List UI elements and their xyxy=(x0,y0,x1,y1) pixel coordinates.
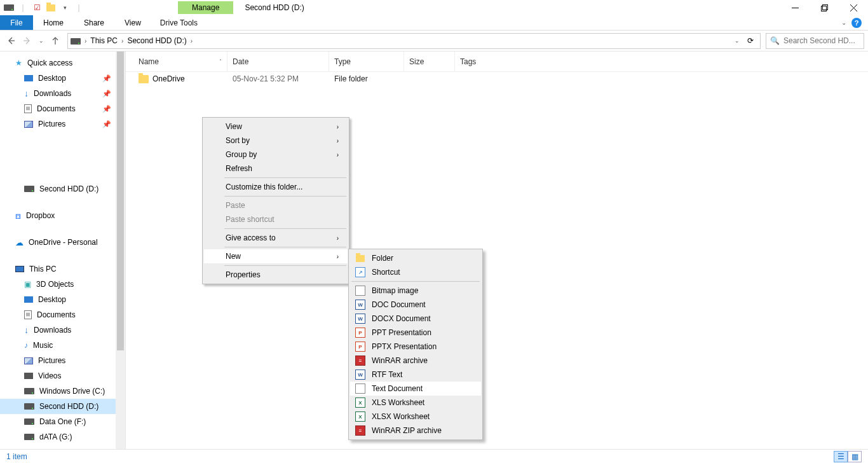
search-input[interactable] xyxy=(783,36,860,45)
sidebar-this-pc[interactable]: This PC xyxy=(0,261,125,277)
sidebar-item-videos[interactable]: Videos xyxy=(0,368,125,384)
search-box[interactable]: 🔍 xyxy=(766,33,864,49)
sidebar-item-label: Dropbox xyxy=(26,211,55,220)
chevron-right-icon[interactable]: › xyxy=(83,38,88,45)
sidebar-item-documents-pc[interactable]: Documents xyxy=(0,307,125,322)
column-type[interactable]: Type xyxy=(329,52,404,71)
sidebar-item-downloads-pc[interactable]: ↓Downloads xyxy=(0,322,125,338)
pictures-icon xyxy=(24,357,33,364)
sidebar-item-second-hdd-qa[interactable]: Second HDD (D:) xyxy=(0,181,125,197)
title-bar: | ☑ ▾ | Manage Second HDD (D:) xyxy=(0,0,868,15)
separator xyxy=(351,281,480,282)
sidebar-scrollbar[interactable] xyxy=(116,52,125,449)
submenu-item[interactable]: Bitmap image xyxy=(350,284,481,298)
submenu-item[interactable]: XXLS Worksheet xyxy=(350,396,481,410)
sidebar-item-pictures-pc[interactable]: Pictures xyxy=(0,353,125,368)
sidebar-item-3d-objects[interactable]: ▣3D Objects xyxy=(0,277,125,292)
ctx-label: Group by xyxy=(226,150,257,159)
submenu-item[interactable]: ↗Shortcut xyxy=(350,265,481,279)
submenu-item[interactable]: WRTF Text xyxy=(350,368,481,382)
tab-file[interactable]: File xyxy=(0,15,33,30)
ctx-properties[interactable]: Properties xyxy=(204,268,348,282)
tab-drive-tools[interactable]: Drive Tools xyxy=(151,15,207,30)
submenu-item[interactable]: WDOC Document xyxy=(350,298,481,312)
sidebar-item-label: Desktop xyxy=(38,74,66,83)
manage-tab[interactable]: Manage xyxy=(178,1,233,14)
address-bar[interactable]: › This PC › Second HDD (D:) › ⌄ ⟳ xyxy=(67,33,761,49)
minimize-button[interactable] xyxy=(780,0,810,15)
ctx-new[interactable]: New› xyxy=(204,249,348,263)
refresh-icon[interactable]: ⟳ xyxy=(743,36,757,45)
sidebar-item-label: Music xyxy=(33,341,53,350)
sidebar-item-drive-d[interactable]: Second HDD (D:) xyxy=(0,399,125,414)
ctx-sort-by[interactable]: Sort by› xyxy=(204,134,348,148)
submenu-item[interactable]: PPPTX Presentation xyxy=(350,340,481,354)
submenu-label: XLSX Worksheet xyxy=(372,412,430,421)
sidebar-item-drive-g[interactable]: dATA (G:) xyxy=(0,429,125,445)
sidebar-item-drive-c[interactable]: Windows Drive (C:) xyxy=(0,384,125,399)
ctx-view[interactable]: View› xyxy=(204,120,348,134)
sidebar-item-drive-f[interactable]: Data One (F:) xyxy=(0,414,125,429)
submenu-label: PPTX Presentation xyxy=(372,342,437,351)
folder-qat-icon[interactable] xyxy=(46,3,56,12)
ppt-icon: P xyxy=(355,342,365,352)
breadcrumb-this-pc[interactable]: This PC xyxy=(88,36,120,45)
submenu-item[interactable]: PPPT Presentation xyxy=(350,326,481,340)
chevron-right-icon[interactable]: › xyxy=(189,38,194,45)
ctx-group-by[interactable]: Group by› xyxy=(204,148,348,162)
chevron-right-icon[interactable]: › xyxy=(120,38,125,45)
ribbon-collapse-icon[interactable]: ⌄ xyxy=(841,19,846,26)
tab-home[interactable]: Home xyxy=(33,15,74,30)
sidebar-item-desktop[interactable]: Desktop📌 xyxy=(0,71,125,86)
address-dropdown-icon[interactable]: ⌄ xyxy=(735,38,740,44)
submenu-item[interactable]: XXLSX Worksheet xyxy=(350,410,481,424)
properties-icon[interactable]: ☑ xyxy=(32,3,42,12)
view-details-button[interactable]: ☰ xyxy=(834,451,848,462)
sidebar-item-downloads[interactable]: ↓Downloads📌 xyxy=(0,86,125,101)
drive-icon xyxy=(24,186,34,192)
document-icon xyxy=(24,104,32,113)
ctx-give-access[interactable]: Give access to› xyxy=(204,231,348,245)
qat-dropdown-icon[interactable]: ▾ xyxy=(60,3,70,12)
back-button[interactable] xyxy=(4,34,18,48)
submenu-item[interactable]: Text Document xyxy=(350,382,481,396)
chevron-right-icon: › xyxy=(324,235,339,242)
ctx-refresh[interactable]: Refresh xyxy=(204,162,348,176)
file-name: OneDrive xyxy=(153,74,185,83)
submenu-item[interactable]: WDOCX Document xyxy=(350,312,481,326)
file-row[interactable]: OneDrive 05-Nov-21 5:32 PM File folder xyxy=(126,72,868,86)
sidebar-quick-access[interactable]: ★Quick access xyxy=(0,55,125,71)
sidebar-item-drive-h[interactable]: Data (H:) xyxy=(0,445,125,449)
sidebar-item-music[interactable]: ♪Music xyxy=(0,338,125,353)
ctx-customize[interactable]: Customize this folder... xyxy=(204,180,348,194)
submenu-item[interactable]: Folder xyxy=(350,251,481,265)
tab-view[interactable]: View xyxy=(114,15,151,30)
tab-share[interactable]: Share xyxy=(74,15,114,30)
forward-button[interactable] xyxy=(20,34,34,48)
sidebar-item-label: dATA (G:) xyxy=(39,432,72,441)
status-bar: 1 item ☰ ▦ xyxy=(0,449,868,463)
context-menu: View› Sort by› Group by› Refresh Customi… xyxy=(202,117,349,284)
sidebar-onedrive[interactable]: ☁OneDrive - Personal xyxy=(0,235,125,250)
sidebar-item-label: Videos xyxy=(38,371,61,380)
column-size[interactable]: Size xyxy=(404,52,455,71)
breadcrumb-current[interactable]: Second HDD (D:) xyxy=(125,36,189,45)
view-icons-button[interactable]: ▦ xyxy=(848,451,862,462)
column-name[interactable]: Name˄ xyxy=(133,52,227,71)
close-button[interactable] xyxy=(839,0,868,15)
ribbon-tabs: File Home Share View Drive Tools ⌄ ? xyxy=(0,15,868,31)
sidebar-item-label: Second HDD (D:) xyxy=(39,402,98,411)
submenu-item[interactable]: ≡WinRAR ZIP archive xyxy=(350,424,481,438)
recent-dropdown-icon[interactable]: ⌄ xyxy=(37,34,46,48)
submenu-item[interactable]: ≡WinRAR archive xyxy=(350,354,481,368)
column-date[interactable]: Date xyxy=(227,52,329,71)
sidebar-item-desktop-pc[interactable]: Desktop xyxy=(0,292,125,307)
sidebar-dropbox[interactable]: ⧈Dropbox xyxy=(0,208,125,223)
maximize-button[interactable] xyxy=(810,0,839,15)
column-tags[interactable]: Tags xyxy=(455,52,506,71)
up-button[interactable] xyxy=(48,34,62,48)
sidebar-item-documents[interactable]: Documents📌 xyxy=(0,101,125,116)
submenu-label: WinRAR ZIP archive xyxy=(372,426,442,435)
sidebar-item-pictures[interactable]: Pictures📌 xyxy=(0,116,125,132)
help-icon[interactable]: ? xyxy=(851,18,862,28)
